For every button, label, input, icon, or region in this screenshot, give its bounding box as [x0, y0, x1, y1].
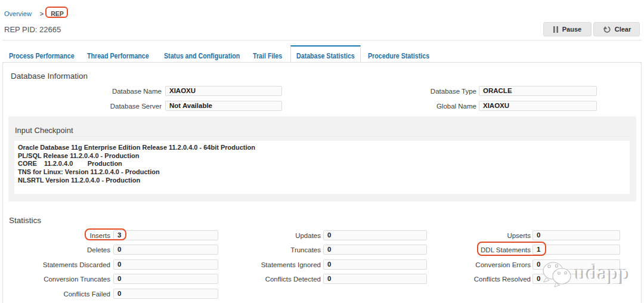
- svg-text:udapp: udapp: [575, 261, 631, 285]
